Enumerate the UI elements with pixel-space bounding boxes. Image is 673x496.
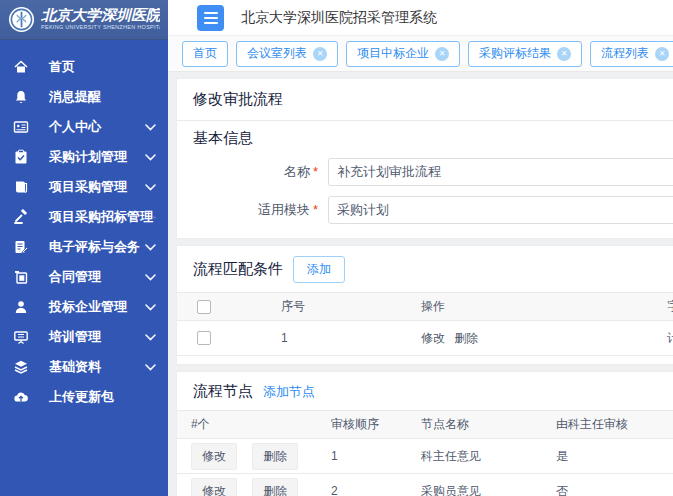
menu-toggle-button[interactable] <box>197 5 224 31</box>
column-header-director: 由科主任审核 <box>540 411 673 439</box>
user-icon <box>12 299 29 316</box>
edit-action[interactable]: 修改 <box>421 331 445 345</box>
close-icon[interactable] <box>557 47 571 61</box>
sidebar-item-notifications[interactable]: 消息提醒 <box>0 82 168 112</box>
tab-evaluation-results[interactable]: 采购评标结果 <box>468 41 582 67</box>
hospital-logo-icon <box>8 6 35 33</box>
basic-info-title: 基本信息 <box>193 129 673 148</box>
chevron-down-icon <box>145 184 156 191</box>
sidebar-item-home[interactable]: 首页 <box>0 52 168 82</box>
sidebar-item-label: 合同管理 <box>49 268 101 286</box>
sidebar-item-label: 培训管理 <box>49 328 101 346</box>
sidebar-item-procurement-plan[interactable]: 采购计划管理 <box>0 142 168 172</box>
required-asterisk: * <box>313 164 318 179</box>
delete-node-button[interactable]: 删除 <box>252 443 298 470</box>
add-node-link[interactable]: 添加节点 <box>263 383 315 401</box>
column-header-actions: #个 <box>177 411 315 439</box>
hospital-name: 北京大学深圳医院 <box>41 8 160 24</box>
home-icon <box>12 59 29 76</box>
sidebar-item-label: 首页 <box>49 58 75 76</box>
match-conditions-card: 流程匹配条件 添加 序号 操作 字 <box>176 245 673 365</box>
layers-icon <box>12 359 29 376</box>
sidebar-item-project-procurement[interactable]: 项目采购管理 <box>0 172 168 202</box>
chevron-down-icon <box>145 154 156 161</box>
match-conditions-table: 序号 操作 字 1 修改 删除 <box>177 292 673 356</box>
sidebar-item-label: 上传更新包 <box>49 388 114 406</box>
sidebar-item-label: 消息提醒 <box>49 88 101 106</box>
node-name: 采购员意见 <box>405 474 540 496</box>
node-order: 1 <box>315 439 405 474</box>
tab-label: 采购评标结果 <box>479 45 551 62</box>
row-checkbox[interactable] <box>197 331 211 345</box>
hospital-name-en: PEKING UNIVERSITY SHENZHEN HOSPITAL <box>41 24 150 30</box>
tab-meeting-room-list[interactable]: 会议室列表 <box>236 41 338 67</box>
page-title: 修改审批流程 <box>177 79 673 121</box>
app-window: 北京大学深圳医院 PEKING UNIVERSITY SHENZHEN HOSP… <box>0 0 673 496</box>
chevron-down-icon <box>145 274 156 281</box>
partial-cell: 计 <box>651 321 673 356</box>
sidebar-item-label: 投标企业管理 <box>49 298 127 316</box>
module-label: 适用模块 <box>258 202 310 217</box>
sidebar-item-label: 电子评标与会务 <box>49 238 140 256</box>
sidebar-item-label: 采购计划管理 <box>49 148 127 166</box>
sidebar-item-label: 个人中心 <box>49 118 101 136</box>
close-icon[interactable] <box>435 47 449 61</box>
sidebar-item-personal-center[interactable]: 个人中心 <box>0 112 168 142</box>
sidebar-menu: 首页 消息提醒 个人中心 采购计划管理 <box>0 40 168 412</box>
contract-icon <box>12 269 29 286</box>
sidebar-item-label: 项目采购管理 <box>49 178 127 196</box>
name-input[interactable] <box>328 158 673 186</box>
tab-winning-bidders[interactable]: 项目中标企业 <box>346 41 460 67</box>
hospital-logo: 北京大学深圳医院 PEKING UNIVERSITY SHENZHEN HOSP… <box>0 0 168 40</box>
tab-bar: 首页 会议室列表 项目中标企业 采购评标结果 流程列表 流程 <box>168 36 673 72</box>
process-nodes-title: 流程节点 <box>193 382 253 401</box>
table-row: 1 修改 删除 计 <box>177 321 673 356</box>
process-nodes-card: 流程节点 添加节点 #个 审核顺序 节点名称 由科主任审核 <box>176 371 673 496</box>
column-header-action: 操作 <box>405 293 651 321</box>
sidebar-item-bidder-management[interactable]: 投标企业管理 <box>0 292 168 322</box>
edit-node-button[interactable]: 修改 <box>191 478 237 496</box>
column-header-name: 节点名称 <box>405 411 540 439</box>
id-card-icon <box>12 119 29 136</box>
sidebar-item-contract[interactable]: 合同管理 <box>0 262 168 292</box>
delete-action[interactable]: 删除 <box>454 331 478 345</box>
sidebar-item-base-data[interactable]: 基础资料 <box>0 352 168 382</box>
sidebar-item-project-bidding[interactable]: 项目采购招标管理 <box>0 202 168 232</box>
delete-node-button[interactable]: 删除 <box>252 478 298 496</box>
book-icon <box>12 179 29 196</box>
presentation-icon <box>12 329 29 346</box>
tab-label: 项目中标企业 <box>357 45 429 62</box>
sidebar-item-training[interactable]: 培训管理 <box>0 322 168 352</box>
select-all-checkbox[interactable] <box>197 300 211 314</box>
clipboard-check-icon <box>12 149 29 166</box>
add-condition-button[interactable]: 添加 <box>293 256 345 283</box>
tab-home[interactable]: 首页 <box>182 41 228 67</box>
chevron-down-icon <box>145 364 156 371</box>
node-order: 2 <box>315 474 405 496</box>
name-label: 名称 <box>284 164 310 179</box>
row-index: 1 <box>265 321 405 356</box>
table-row: 修改 删除 2 采购员意见 否 <box>177 474 673 496</box>
module-field-row: 适用模块* <box>193 196 673 224</box>
node-director: 否 <box>540 474 673 496</box>
tab-process-list[interactable]: 流程列表 <box>590 41 673 67</box>
table-row: 修改 删除 1 科主任意见 是 <box>177 439 673 474</box>
process-nodes-table: #个 审核顺序 节点名称 由科主任审核 修改 删除 1 <box>177 410 673 496</box>
module-input[interactable] <box>328 196 673 224</box>
sidebar-item-e-evaluation[interactable]: 电子评标与会务 <box>0 232 168 262</box>
partial-column-header: 字 <box>651 293 673 321</box>
sidebar-item-upload-package[interactable]: 上传更新包 <box>0 382 168 412</box>
tab-label: 首页 <box>193 45 217 62</box>
cloud-upload-icon <box>12 389 29 406</box>
sidebar-item-label: 基础资料 <box>49 358 101 376</box>
name-field-row: 名称* <box>193 158 673 186</box>
edit-node-button[interactable]: 修改 <box>191 443 237 470</box>
close-icon[interactable] <box>313 47 327 61</box>
chevron-down-icon <box>145 304 156 311</box>
close-icon[interactable] <box>655 47 669 61</box>
node-director: 是 <box>540 439 673 474</box>
column-header-index: 序号 <box>265 293 405 321</box>
top-header: 北京大学深圳医院招采管理系统 <box>168 0 673 36</box>
tab-label: 流程列表 <box>601 45 649 62</box>
tab-label: 会议室列表 <box>247 45 307 62</box>
